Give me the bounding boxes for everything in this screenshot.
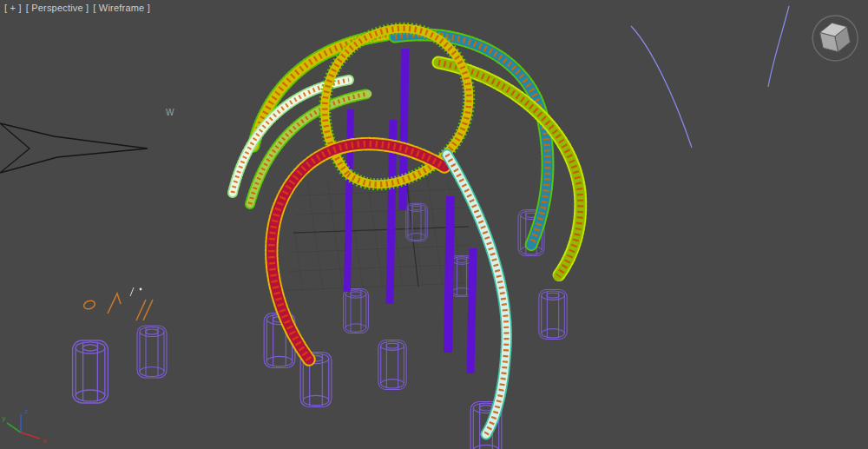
star-spline[interactable] xyxy=(0,123,148,173)
pedestal-cylinder[interactable] xyxy=(344,289,369,333)
viewcube[interactable] xyxy=(808,11,862,65)
axis-tripod: x y z xyxy=(2,407,47,445)
viewport-menu-shading[interactable]: [ Wireframe ] xyxy=(93,3,150,13)
viewport-menu-general[interactable]: [ + ] xyxy=(4,3,22,13)
pedestal-cylinder[interactable] xyxy=(73,340,108,403)
axis-z-label: z xyxy=(24,407,29,415)
axis-y-line xyxy=(7,423,21,432)
viewport-menu-pov[interactable]: [ Perspective ] xyxy=(26,3,89,13)
pedestal-cylinder[interactable] xyxy=(137,326,167,378)
pedestal-cylinder[interactable] xyxy=(378,340,406,390)
support-column[interactable] xyxy=(470,248,473,373)
scene-canvas[interactable]: x y z xyxy=(0,0,868,449)
world-axis-label: W xyxy=(166,108,174,117)
helper-shapes[interactable] xyxy=(82,294,153,320)
support-column[interactable] xyxy=(403,49,405,210)
axis-y-label: y xyxy=(2,414,6,422)
axis-x-line xyxy=(21,432,40,439)
helper-arrow[interactable] xyxy=(136,300,153,320)
support-column[interactable] xyxy=(448,196,450,353)
spline-curves[interactable] xyxy=(631,6,789,148)
spline-curve[interactable] xyxy=(631,26,692,148)
helper-point[interactable] xyxy=(140,288,142,291)
support-column[interactable] xyxy=(347,109,351,292)
helper-tick xyxy=(130,287,134,296)
viewport-label-bar: [ + ] [ Perspective ] [ Wireframe ] xyxy=(4,3,150,13)
helper-arrow[interactable] xyxy=(108,294,121,314)
spline-curve[interactable] xyxy=(768,6,789,87)
pedestal-cylinder[interactable] xyxy=(539,290,567,340)
helper-ring[interactable] xyxy=(82,300,95,311)
axis-x-label: x xyxy=(43,437,47,445)
3d-viewport[interactable]: [ + ] [ Perspective ] [ Wireframe ] W xyxy=(0,0,868,449)
